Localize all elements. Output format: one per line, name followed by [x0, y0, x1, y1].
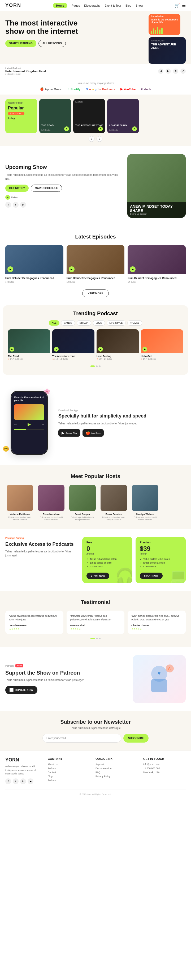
podcast-prev-button[interactable]: ◀	[158, 68, 163, 74]
app-store-button[interactable]: 🍎 App Store	[82, 429, 104, 437]
check-icon-5: ✓	[140, 562, 142, 564]
facebook-icon[interactable]: f	[5, 202, 11, 208]
footer-link-podcast2[interactable]: Podcast	[48, 779, 90, 782]
twitter-icon[interactable]: t	[13, 202, 19, 208]
nav-link-home[interactable]: Home	[53, 3, 67, 8]
testimonial-section: Testimonial "Tellus nullam tellus pellen…	[0, 591, 191, 647]
nav-link-blog[interactable]: Blog	[125, 4, 131, 7]
podcast-bar-info: Latest Podcast Entertainment Kingdom Fee…	[5, 67, 46, 75]
filter-dance[interactable]: DANCE	[61, 320, 75, 326]
apple-music-logo[interactable]: 🍎 Apple Music	[40, 88, 62, 91]
price-feature-free-1: ✓ Tellus nullam tellus paten	[87, 558, 128, 560]
podcast-bar-controls: ◀ ▶ ⚙ ↗	[158, 68, 186, 74]
footer-phone[interactable]: +1 800 000 000	[143, 767, 186, 770]
footer-link-podcast[interactable]: Podcast	[48, 767, 90, 770]
footer-link-support[interactable]: Support	[96, 763, 138, 766]
card-play-read[interactable]: ▶	[64, 126, 69, 131]
nav-link-events[interactable]: Event & Tour	[104, 4, 121, 7]
testimonial-dot-1[interactable]	[90, 638, 95, 639]
patreon-title: Support the Show on Patreon	[5, 670, 127, 676]
trending-card-2: ▶ The Adventure zone ★ 14.7 · 1.6 Builds	[52, 329, 95, 362]
nav-link-show[interactable]: Show	[136, 4, 143, 7]
footer-link-faq[interactable]: FAQ	[96, 771, 138, 774]
dot-3[interactable]	[99, 366, 101, 367]
mark-schedule-button[interactable]: MARK SCHEDULE	[31, 185, 62, 192]
free-plan-button[interactable]: START NOW	[87, 573, 109, 579]
filter-love[interactable]: LOVE	[93, 320, 105, 326]
episode-play-2[interactable]: ▶	[69, 266, 74, 272]
footer-youtube-icon[interactable]: ▶	[28, 778, 33, 784]
trending-play-3[interactable]: ▶	[98, 347, 103, 352]
footer-link-documentation[interactable]: Documentation	[96, 767, 138, 770]
cart-icon[interactable]: 🛒	[175, 3, 180, 8]
dot-2[interactable]	[96, 366, 98, 367]
card-meta-read: LA Studio	[41, 129, 51, 131]
all-episodes-button[interactable]: ALL EPISODES	[38, 40, 66, 47]
episode-play-3[interactable]: ▶	[130, 266, 136, 272]
filter-all[interactable]: ALL	[49, 320, 59, 326]
host-img-2	[38, 485, 65, 511]
footer-facebook-icon[interactable]: f	[5, 778, 11, 784]
testimonial-dot-2[interactable]	[96, 638, 98, 639]
footer-link-about[interactable]: About Us	[48, 763, 90, 766]
view-more-button[interactable]: VIEW MORE	[82, 290, 109, 297]
start-listening-button[interactable]: START LISTENING	[5, 40, 36, 47]
newsletter-email-input[interactable]	[43, 734, 121, 743]
price-features-free: ✓ Tellus nullam tellus paten ✓ Emas done…	[87, 558, 128, 568]
popular-card-adventure: LA Studio THE ADVENTURE ZONE ▶	[73, 99, 105, 133]
episode-play-1[interactable]: ▶	[8, 266, 13, 272]
newsletter-subscribe-button[interactable]: SUBSCRIBE	[123, 734, 148, 743]
testimonial-text-2: "Dolutpat ullamcorper Phacius sed pellen…	[70, 614, 121, 622]
testimonial-dot-3[interactable]	[99, 638, 101, 639]
google-play-button[interactable]: ▶ Google Play	[58, 429, 81, 437]
footer-twitter-icon[interactable]: t	[13, 778, 19, 784]
upcoming-text: Upcoming Show Tellus nullam tellus pelle…	[5, 164, 122, 208]
nav-link-pages[interactable]: Pages	[72, 4, 80, 7]
filter-drama[interactable]: DRAMA	[77, 320, 91, 326]
card-play-love[interactable]: ▶	[132, 126, 137, 131]
trending-play-4[interactable]: ▶	[142, 347, 147, 352]
host-desc-3: Pellentesque habitant morbi tristique se…	[68, 516, 97, 521]
slack-logo[interactable]: # slack	[141, 88, 151, 91]
donate-button[interactable]: 🅿 DONATE NOW	[5, 686, 38, 694]
trending-play-1[interactable]: ▶	[9, 347, 14, 352]
trending-rating-3: ★	[96, 358, 98, 360]
footer-link-blog[interactable]: Blog	[48, 775, 90, 778]
trending-play-2[interactable]: ▶	[54, 347, 58, 352]
podcast-settings-button[interactable]: ⚙	[173, 68, 178, 74]
popular-label: Popular	[8, 106, 35, 110]
popular-prev-arrow[interactable]: ‹	[88, 136, 95, 142]
youtube-logo[interactable]: ▶ YouTube	[120, 88, 136, 91]
card-play-adventure[interactable]: ▶	[98, 126, 103, 131]
trending-name-2: The Adventure zone	[52, 355, 95, 358]
patreon-visual: ♥ AI	[133, 655, 186, 703]
listen-button[interactable]: ▶ Listen	[5, 195, 122, 200]
popular-next-arrow[interactable]: ›	[96, 136, 103, 142]
footer-email[interactable]: info@yorn.com	[143, 763, 186, 766]
filter-lifestyle[interactable]: LIFE STYLE	[107, 320, 126, 326]
phone-next-icon[interactable]: ⏭	[42, 423, 44, 426]
host-desc-1: Pellentesque habitant morbi tristique se…	[5, 516, 35, 521]
premium-plan-button[interactable]: START NOW	[140, 573, 163, 579]
footer-link-privacy[interactable]: Privacy Policy	[96, 775, 138, 778]
nav-link-discography[interactable]: Discography	[84, 4, 100, 7]
get-notify-button[interactable]: GET NOTIFY	[5, 185, 28, 192]
trending-card-3: ▶ Love Feeling ★ 14.7 · 1.6 Builds	[96, 329, 139, 362]
dot-1[interactable]	[90, 366, 95, 367]
menu-icon[interactable]: ☰	[182, 3, 186, 8]
phone-prev-icon[interactable]: ⏮	[14, 423, 17, 426]
footer-linkedin-icon[interactable]: in	[20, 778, 26, 784]
footer-link-contact[interactable]: Contact	[48, 771, 90, 774]
filter-travel[interactable]: TRAVEL	[127, 320, 142, 326]
price-feature-free-2: ✓ Emas donec ac odio	[87, 562, 128, 564]
spotify-logo[interactable]: ♫ Spotify	[67, 88, 81, 91]
instagram-icon[interactable]: in	[20, 202, 26, 208]
testimonial-dots	[5, 638, 186, 639]
trending-img-3: ▶	[96, 329, 139, 353]
price-features-premium: ✓ Tellus nullam tellus paten ✓ Emas done…	[140, 558, 182, 568]
podcast-share-button[interactable]: ↗	[180, 68, 186, 74]
google-podcasts-logo[interactable]: Google Podcasts	[86, 88, 115, 91]
svg-text:♥: ♥	[158, 670, 161, 676]
podcast-play-button[interactable]: ▶	[166, 68, 171, 74]
phone-play-icon[interactable]: ▶	[28, 422, 31, 427]
